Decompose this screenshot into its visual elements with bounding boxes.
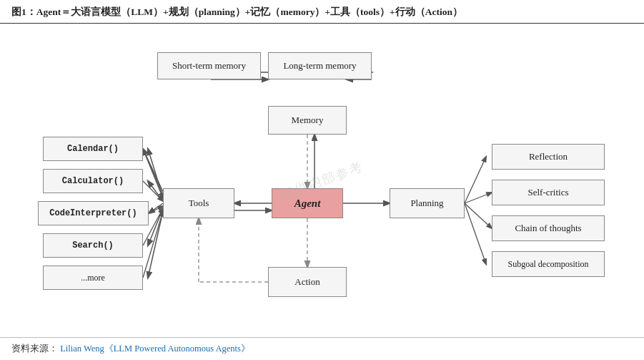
short-term-memory-box: Short-term memory [157, 52, 261, 79]
action-box: Action [268, 267, 347, 297]
page-container: 图1：Agent＝大语言模型（LLM）+规划（planning）+记忆（memo… [0, 0, 644, 360]
svg-line-27 [465, 193, 492, 203]
svg-line-16 [148, 181, 163, 201]
self-critics-box: Self-critics [492, 180, 605, 205]
svg-line-12 [143, 149, 163, 199]
svg-line-19 [148, 211, 163, 278]
calculator-box: Calculator() [43, 169, 143, 193]
svg-line-18 [148, 208, 163, 245]
long-term-memory-box: Long-term memory [268, 52, 372, 79]
svg-line-20 [143, 149, 163, 198]
more-box: ...more [43, 266, 143, 290]
svg-line-23 [149, 206, 163, 213]
tools-box: Tools [163, 188, 234, 218]
reflection-box: Reflection [492, 144, 605, 170]
memory-box: Memory [268, 106, 347, 135]
footer-link[interactable]: Lilian Weng《LLM Powered Autonomous Agent… [60, 344, 250, 354]
planning-box: Planning [390, 188, 465, 218]
chain-of-thoughts-box: Chain of thoughts [492, 215, 605, 241]
code-interpreter-box: CodeInterpreter() [38, 201, 149, 225]
svg-line-15 [148, 149, 163, 198]
svg-line-11 [143, 149, 163, 192]
agent-box: Agent [272, 188, 343, 218]
svg-line-26 [465, 157, 486, 203]
footer-bar: 资料来源： Lilian Weng《LLM Powered Autonomous… [0, 337, 644, 360]
svg-line-17 [149, 203, 163, 213]
diagram-area: 仅供内部参考 Short-term memory Long-term memor… [0, 24, 644, 337]
subgoal-decomposition-box: Subgoal decomposition [492, 251, 605, 277]
svg-line-29 [465, 203, 486, 264]
search-box: Search() [43, 233, 143, 258]
calendar-box: Calendar() [43, 137, 143, 161]
svg-line-21 [143, 149, 163, 198]
svg-line-22 [143, 181, 163, 201]
figure-title: 图1：Agent＝大语言模型（LLM）+规划（planning）+记忆（memo… [0, 0, 644, 24]
footer-prefix: 资料来源： [11, 344, 58, 354]
svg-line-28 [465, 203, 492, 228]
svg-line-13 [143, 149, 163, 195]
